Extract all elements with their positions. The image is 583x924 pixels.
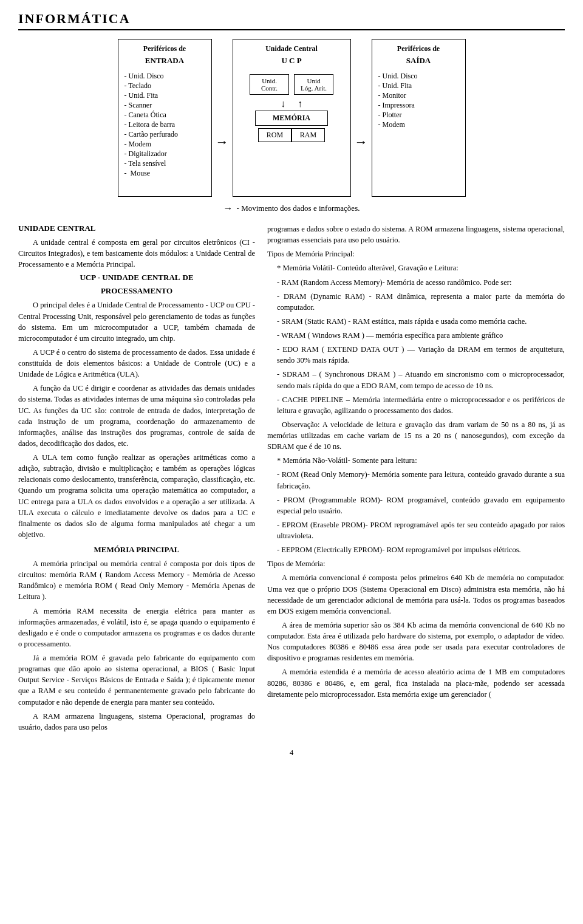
ucp-log-unit: UnidLóg. Arit. [294, 74, 333, 95]
ucp-central-text: CENTRAL [141, 273, 180, 282]
ucp-arrows [281, 98, 302, 109]
ucp-heading3: PROCESSAMENTO [18, 286, 255, 296]
movement-text: - Movimento dos dados e informações. [18, 203, 565, 214]
page: INFORMÁTICA Periféricos de ENTRADA - Uni… [0, 0, 583, 924]
section1-p5: A ULA tem como função realizar as operaç… [18, 452, 255, 540]
diagram-container: Periféricos de ENTRADA - Unid. Disco - T… [18, 39, 565, 197]
tipos-p7: - SDRAM – ( Synchronous DRAM ) – Atuando… [277, 369, 565, 391]
ucp-heading: UCP - UNIDADE CENTRAL DE [18, 273, 255, 282]
list-item: - Unid. Fita [124, 91, 205, 100]
entrada-subtitle: ENTRADA [145, 56, 184, 66]
ucp-contr-unit: Unid.Contr. [250, 74, 289, 95]
arrow-up-icon [298, 98, 302, 109]
entrada-items: - Unid. Disco - Teclado - Unid. Fita - S… [124, 72, 205, 179]
list-item: - Tela sensível [124, 159, 205, 168]
tipos-p3: - DRAM (Dynamic RAM) - RAM dinâmica, rep… [277, 291, 565, 313]
list-item: - Impressora [378, 101, 459, 110]
ucp-subtitle: U C P [281, 56, 301, 66]
arrow-right-1 [216, 134, 229, 150]
page-title: INFORMÁTICA [18, 11, 565, 27]
tipos2-p1: A memória convencional é composta pelos … [267, 572, 565, 617]
page-header: INFORMÁTICA [18, 11, 565, 30]
saida-title: Periféricos de [397, 44, 440, 53]
tipos-p6: - EDO RAM ( EXTEND DATA OUT ) — Variação… [277, 344, 565, 366]
tipos2-p2: A área de memória superior são os 384 Kb… [267, 620, 565, 664]
list-item: - Monitor [378, 91, 459, 100]
section1-p3: A UCP é o centro do sistema de processam… [18, 347, 255, 380]
ucp-inner: Unid.Contr. UnidLóg. Arit. MEMÓRIA ROM R… [239, 74, 344, 142]
list-item: - Caneta Ótica [124, 111, 205, 120]
saida-items: - Unid. Disco - Unid. Fita - Monitor - I… [378, 72, 459, 130]
diagram: Periféricos de ENTRADA - Unid. Disco - T… [118, 39, 466, 197]
tipos-p5: - WRAM ( Windows RAM ) — memória específ… [277, 330, 565, 341]
list-item: - Modem [124, 140, 205, 149]
section2-title: MEMÓRIA PRINCIPAL [18, 545, 255, 555]
page-number: 4 [18, 748, 565, 758]
list-item: - Unid. Disco [378, 72, 459, 81]
tipos-p4: - SRAM (Static RAM) - RAM estática, mais… [277, 316, 565, 327]
entrada-box: Periféricos de ENTRADA - Unid. Disco - T… [118, 39, 212, 197]
list-item: - Modem [378, 120, 459, 129]
tipos-p8: - CACHE PIPELINE – Memória intermediária… [277, 394, 565, 416]
list-item: - Plotter [378, 111, 459, 120]
list-item: - Teclado [124, 81, 205, 91]
section1-p4: A função da UC é dirigir e coordenar as … [18, 383, 255, 449]
section2-p2: A memória RAM necessita de energia elétr… [18, 606, 255, 650]
main-content: UNIDADE CENTRAL A unidade central é comp… [18, 224, 565, 736]
ucp-mem-row: ROM RAM [258, 128, 325, 142]
tipos-p2: - RAM (Random Access Memory)- Memória de… [277, 277, 565, 288]
saida-box: Periféricos de SAÍDA - Unid. Disco - Uni… [372, 39, 466, 197]
left-column: UNIDADE CENTRAL A unidade central é comp… [18, 224, 255, 736]
ucp-heading-text2: DE [183, 273, 194, 282]
list-item: - Leitora de barra [124, 120, 205, 129]
movement-label: - Movimento dos dados e informações. [237, 204, 360, 213]
tipos-p9: * Memória Não-Volátil- Somente para leit… [277, 455, 565, 466]
ucp-title: Unidade Central [265, 44, 318, 53]
observ-p1: Observação: A velocidade de leitura e gr… [267, 419, 565, 452]
list-item: - Mouse [124, 169, 205, 178]
arrow-right-2 [355, 134, 368, 150]
tipos-p1: * Memória Volátil- Conteúdo alterável, G… [277, 262, 565, 273]
arrow-down-icon [281, 98, 285, 109]
right-p1: programas e dados sobre o estado do sist… [267, 224, 565, 245]
section2-p4: A RAM armazena linguagens, sistema Opera… [18, 711, 255, 733]
tipos-title: Tipos de Memória Principal: [267, 248, 565, 259]
ucp-box: Unidade Central U C P Unid.Contr. UnidLó… [233, 39, 351, 197]
tipos-p13: - EEPROM (Electrically EPROM)- ROM repro… [277, 544, 565, 555]
tipos2-title: Tipos de Memória: [267, 558, 565, 569]
list-item: - Unid. Fita [378, 81, 459, 91]
tipos-p12: - EPROM (Eraseble PROM)- PROM reprogramá… [277, 519, 565, 541]
ucp-heading-text1: UCP - UNIDADE [80, 273, 139, 282]
ucp-ram-label: RAM [292, 128, 325, 142]
tipos-p10: - ROM (Read Only Memory)- Memória soment… [277, 469, 565, 491]
right-column: programas e dados sobre o estado do sist… [267, 224, 565, 736]
section2-p3: Já a memória ROM é gravada pelo fabrican… [18, 652, 255, 708]
section1-title: UNIDADE CENTRAL [18, 224, 255, 233]
list-item: - Digitalizador [124, 149, 205, 159]
list-item: - Cartão perfurado [124, 130, 205, 139]
list-item: - Unid. Disco [124, 72, 205, 81]
entrada-title: Periféricos de [143, 44, 186, 53]
tipos2-p3: A memória estendida é a memória de acess… [267, 666, 565, 699]
movement-arrow-icon [223, 203, 233, 214]
ucp-rom-label: ROM [258, 128, 292, 142]
section1-p2: O principal deles é a Unidade Central de… [18, 299, 255, 344]
saida-subtitle: SAÍDA [406, 56, 431, 66]
ucp-units-row: Unid.Contr. UnidLóg. Arit. [239, 74, 344, 95]
tipos-p11: - PROM (Programmable ROM)- ROM programáv… [277, 495, 565, 516]
ucp-memoria-label: MEMÓRIA [255, 111, 328, 126]
section1-p1: A unidade central é composta em geral po… [18, 237, 255, 270]
list-item: - Scanner [124, 101, 205, 110]
section2-p1: A memória principal ou memória central é… [18, 558, 255, 603]
